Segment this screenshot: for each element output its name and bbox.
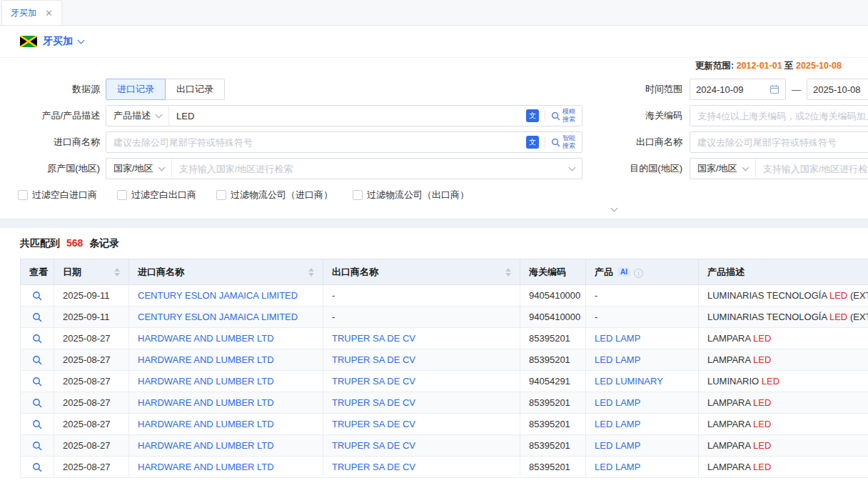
origin-type-select[interactable]: 国家/地区: [106, 159, 172, 179]
sort-icon[interactable]: [308, 268, 314, 277]
filter-checkbox[interactable]: 过滤空白进口商: [18, 189, 97, 201]
importer-link[interactable]: HARDWARE AND LUMBER LTD: [138, 354, 274, 365]
importer-link[interactable]: HARDWARE AND LUMBER LTD: [138, 462, 274, 472]
chevron-down-icon: [742, 164, 749, 171]
importer-link[interactable]: HARDWARE AND LUMBER LTD: [138, 419, 274, 429]
product-cell: LED LAMP: [586, 457, 699, 478]
fuzzy-search-button[interactable]: 模糊 搜索: [551, 108, 575, 124]
importer-link[interactable]: HARDWARE AND LUMBER LTD: [138, 333, 274, 344]
header-importer[interactable]: 进口商名称: [129, 259, 323, 285]
header-description: 产品描述: [699, 259, 868, 285]
filter-checkbox[interactable]: 过滤空白出口商: [117, 189, 196, 201]
checkbox-icon[interactable]: [353, 190, 363, 200]
description-text: LAMPARA: [707, 440, 753, 451]
view-icon[interactable]: [32, 334, 42, 344]
importer-link[interactable]: HARDWARE AND LUMBER LTD: [138, 376, 274, 387]
smart-search-button[interactable]: 智能 搜索: [551, 134, 575, 150]
date-cell: 2025-09-11: [54, 285, 129, 307]
translate-icon[interactable]: 文: [526, 109, 539, 122]
origin-type-value: 国家/地区: [113, 162, 153, 175]
destination-country-input[interactable]: [756, 159, 868, 179]
chevron-down-icon[interactable]: [78, 36, 85, 44]
collapse-panel-button[interactable]: [603, 204, 625, 214]
product-cell: LED LAMP: [586, 414, 699, 435]
view-icon[interactable]: [32, 355, 42, 365]
import-records-button[interactable]: 进口记录: [106, 79, 166, 100]
view-cell: [21, 307, 54, 328]
divider: [545, 136, 545, 148]
header-date-label: 日期: [63, 266, 81, 279]
view-cell: [21, 371, 54, 392]
view-icon[interactable]: [32, 398, 42, 408]
hscode-cell: 9405410000: [520, 285, 586, 307]
view-icon[interactable]: [32, 419, 42, 429]
exporter-link[interactable]: TRUPER SA DE CV: [332, 354, 415, 365]
date-to-input[interactable]: 2025-10-08: [807, 79, 868, 100]
importer-link[interactable]: HARDWARE AND LUMBER LTD: [138, 397, 274, 408]
checkbox-icon[interactable]: [216, 190, 226, 200]
importer-link[interactable]: HARDWARE AND LUMBER LTD: [138, 440, 274, 451]
timerange-label: 时间范围: [582, 83, 682, 96]
product-link[interactable]: LED LAMP: [595, 397, 640, 408]
country-name[interactable]: 牙买加: [43, 35, 73, 48]
importer-cell: HARDWARE AND LUMBER LTD: [129, 349, 323, 371]
date-range-dash: —: [792, 84, 801, 95]
hscode-input[interactable]: [690, 106, 868, 126]
view-icon[interactable]: [32, 462, 42, 472]
translate-icon[interactable]: 文: [526, 136, 539, 149]
importer-cell: HARDWARE AND LUMBER LTD: [129, 392, 323, 414]
description-text: LUMINARIO: [707, 376, 762, 387]
header-exporter[interactable]: 出口商名称: [323, 259, 520, 285]
date-cell: 2025-08-27: [54, 349, 129, 371]
filter-row-importer: 进口商名称 文 智能 搜索: [0, 131, 868, 153]
origin-country-input[interactable]: [172, 159, 562, 179]
exporter-cell: TRUPER SA DE CV: [323, 457, 520, 478]
product-link[interactable]: LED LAMP: [595, 354, 640, 365]
product-type-select[interactable]: 产品描述: [106, 106, 169, 126]
exporter-text: -: [332, 312, 335, 322]
exporter-link[interactable]: TRUPER SA DE CV: [332, 376, 415, 387]
product-link[interactable]: LED LAMP: [595, 440, 640, 451]
importer-input[interactable]: [106, 132, 520, 152]
tab-jamaica[interactable]: 牙买加 ✕: [1, 0, 62, 25]
sort-icon[interactable]: [505, 268, 511, 277]
importer-link[interactable]: CENTURY ESLON JAMAICA LIMITED: [138, 290, 298, 301]
exporter-link[interactable]: TRUPER SA DE CV: [332, 462, 415, 472]
product-link[interactable]: LED LAMP: [595, 333, 640, 344]
description-cell: LAMPARA LED: [699, 435, 868, 457]
product-link[interactable]: LED LUMINARY: [595, 376, 663, 387]
exporter-link[interactable]: TRUPER SA DE CV: [332, 419, 415, 429]
filter-checkbox[interactable]: 过滤物流公司（进口商）: [216, 189, 333, 201]
checkbox-label: 过滤空白出口商: [131, 189, 196, 201]
header-date[interactable]: 日期: [54, 259, 129, 285]
product-link[interactable]: LED LAMP: [595, 462, 640, 472]
date-cell: 2025-08-27: [54, 435, 129, 457]
filter-checkbox[interactable]: 过滤物流公司（出口商）: [353, 189, 469, 201]
importer-link[interactable]: CENTURY ESLON JAMAICA LIMITED: [138, 312, 298, 322]
destination-type-select[interactable]: 国家/地区: [690, 159, 756, 179]
description-cell: LAMPARA LED: [699, 457, 868, 478]
sort-icon[interactable]: [114, 268, 120, 277]
checkbox-icon[interactable]: [18, 190, 28, 200]
date-from-input[interactable]: 2024-10-09: [690, 79, 786, 100]
info-icon[interactable]: i: [634, 269, 643, 278]
view-icon[interactable]: [32, 312, 42, 322]
product-search-input[interactable]: [169, 106, 520, 126]
date-cell: 2025-08-27: [54, 457, 129, 478]
product-link[interactable]: LED LAMP: [595, 419, 640, 429]
product-cell: LED LAMP: [586, 328, 699, 349]
exporter-link[interactable]: TRUPER SA DE CV: [332, 440, 415, 451]
description-cell: LAMPARA LED: [699, 328, 868, 349]
exporter-input[interactable]: [690, 132, 868, 152]
view-icon[interactable]: [32, 441, 42, 451]
exporter-link[interactable]: TRUPER SA DE CV: [332, 397, 415, 408]
tab-close-icon[interactable]: ✕: [45, 9, 53, 18]
view-icon[interactable]: [32, 377, 42, 387]
chevron-down-icon[interactable]: [569, 164, 576, 171]
view-icon[interactable]: [32, 291, 42, 301]
export-records-button[interactable]: 出口记录: [165, 79, 225, 100]
header-importer-label: 进口商名称: [138, 266, 184, 279]
checkbox-icon[interactable]: [117, 190, 127, 200]
product-text: -: [595, 312, 597, 322]
exporter-link[interactable]: TRUPER SA DE CV: [332, 333, 415, 344]
